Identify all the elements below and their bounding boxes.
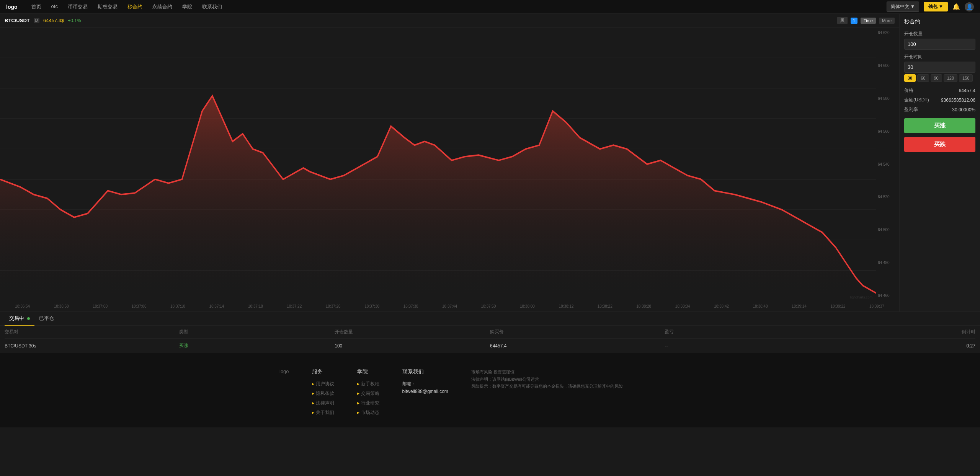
main-nav: 首页 otc 币币交易 期权交易 秒合约 永续合约 学院 联系我们 xyxy=(30,3,224,10)
footer-link-news[interactable]: 市场动态 xyxy=(357,409,379,416)
footer-service-title: 服务 xyxy=(312,368,334,375)
time-tick-18: 18:38:42 xyxy=(702,304,741,308)
nav-contact[interactable]: 联系我们 xyxy=(201,3,224,10)
footer-service-col: 服务 用户协议 隐私条款 法律声明 关于我们 xyxy=(312,368,334,416)
footer-contact-col: 联系我们 邮箱： bitwell888@gmail.com xyxy=(402,368,448,416)
chart-more-btn[interactable]: More xyxy=(879,18,895,24)
price-axis: 64 620 64 600 64 580 64 560 64 540 64 52… xyxy=(876,28,899,301)
nav-academy[interactable]: 学院 xyxy=(181,3,194,10)
time-tick-20: 18:39:14 xyxy=(780,304,818,308)
nav-otc[interactable]: otc xyxy=(50,3,59,10)
time-tick-0: 18:36:54 xyxy=(3,304,42,308)
price-level-0: 64 620 xyxy=(878,31,898,35)
tab-closed-orders[interactable]: 已平仓 xyxy=(34,312,59,326)
col-header-pnl: 盈亏 xyxy=(665,329,820,335)
footer-link-terms[interactable]: 用户协议 xyxy=(312,381,334,387)
time-tick-14: 18:38:12 xyxy=(547,304,585,308)
footer-link-research[interactable]: 行业研究 xyxy=(357,400,379,406)
nav-seconds[interactable]: 秒合约 xyxy=(126,3,144,10)
row-pair: BTC/USDT 30s xyxy=(5,343,179,349)
footer-link-legal[interactable]: 法律声明 xyxy=(312,400,334,406)
time-tick-15: 18:38:22 xyxy=(586,304,624,308)
time-input[interactable] xyxy=(904,62,975,73)
time-options: 30 60 90 120 150 xyxy=(904,74,975,82)
footer-logo: logo xyxy=(279,368,289,374)
price-change: +0.1% xyxy=(68,18,81,23)
nav-home[interactable]: 首页 xyxy=(30,3,43,10)
online-dot xyxy=(27,317,30,320)
price-level-3: 64 560 xyxy=(878,129,898,134)
avatar[interactable]: 👤 xyxy=(965,2,974,11)
footer-link-tutorial[interactable]: 新手教程 xyxy=(357,381,379,387)
time-tick-10: 18:37:38 xyxy=(391,304,430,308)
footer-disclaimer-col: 市场有风险 投资需谨慎 法律声明：该网站由BitWell公司运营 风险提示：数字… xyxy=(471,368,623,416)
nav-perpetual[interactable]: 永续合约 xyxy=(151,3,174,10)
time-tick-17: 18:38:34 xyxy=(663,304,702,308)
footer-email-area: 邮箱： bitwell888@gmail.com xyxy=(402,381,448,394)
col-header-timer: 倒计时 xyxy=(820,329,975,335)
col-header-type: 类型 xyxy=(179,329,335,335)
chart-area: BTC/USDT D 64457.4$ +0.1% 黑 1 Time More … xyxy=(0,14,900,311)
time-opt-150[interactable]: 150 xyxy=(959,74,973,82)
price-row: 价格 64457.4 xyxy=(904,86,975,95)
time-tick-16: 18:38:28 xyxy=(624,304,663,308)
footer: logo 服务 用户协议 隐私条款 法律声明 关于我们 学院 新手教程 交易策略… xyxy=(0,353,980,427)
qty-input[interactable] xyxy=(904,39,975,50)
profit-val: 30.00000% xyxy=(952,107,975,112)
time-opt-120[interactable]: 120 xyxy=(944,74,957,82)
price-key: 价格 xyxy=(904,87,913,94)
wallet-button[interactable]: 钱包 ▼ xyxy=(924,2,948,11)
chart-watermark: Highcharts.com xyxy=(848,295,872,299)
chart-black-btn[interactable]: 黑 xyxy=(837,17,848,24)
footer-academy-col: 学院 新手教程 交易策略 行业研究 市场动态 xyxy=(357,368,379,416)
time-opt-90[interactable]: 90 xyxy=(931,74,942,82)
bottom-section: 交易中 已平仓 交易对 类型 开仓数量 购买价 盈亏 倒计时 BTC/USDT … xyxy=(0,311,980,353)
time-opt-60[interactable]: 60 xyxy=(917,74,929,82)
time-tick-4: 18:37:10 xyxy=(158,304,197,308)
footer-link-strategy[interactable]: 交易策略 xyxy=(357,390,379,397)
price-level-2: 64 580 xyxy=(878,96,898,101)
time-tick-11: 18:37:44 xyxy=(430,304,469,308)
positions-header: 交易对 类型 开仓数量 购买价 盈亏 倒计时 xyxy=(5,326,975,339)
lang-button[interactable]: 简体中文 ▼ xyxy=(887,2,919,12)
price-level-6: 64 500 xyxy=(878,228,898,232)
time-tick-3: 18:37:06 xyxy=(119,304,158,308)
amount-key: 金额(USDT) xyxy=(904,97,929,103)
time-axis: 18:36:54 18:36:58 18:37:00 18:37:06 18:3… xyxy=(0,301,899,311)
time-opt-30[interactable]: 30 xyxy=(904,74,916,82)
time-label: 开仓时间 xyxy=(904,54,975,60)
time-tick-8: 18:37:26 xyxy=(314,304,353,308)
footer-link-privacy[interactable]: 隐私条款 xyxy=(312,390,334,397)
time-tick-13: 18:38:00 xyxy=(508,304,547,308)
price-level-7: 64 480 xyxy=(878,261,898,265)
chart-controls: 黑 1 Time More xyxy=(837,17,895,24)
table-row: BTC/USDT 30s 买涨 100 64457.4 -- 0:27 xyxy=(5,339,975,353)
nav-spot[interactable]: 币币交易 xyxy=(66,3,89,10)
time-tick-21: 18:39:22 xyxy=(818,304,857,308)
chart-canvas: 64 620 64 600 64 580 64 560 64 540 64 52… xyxy=(0,28,899,301)
chart-time-btn[interactable]: Time xyxy=(861,18,876,24)
time-tick-12: 18:37:50 xyxy=(469,304,508,308)
time-tick-2: 18:37:00 xyxy=(81,304,119,308)
profit-key: 盈利率 xyxy=(904,106,918,113)
positions-table: 交易对 类型 开仓数量 购买价 盈亏 倒计时 BTC/USDT 30s 买涨 1… xyxy=(0,326,980,353)
footer-logo-area: logo xyxy=(279,368,289,416)
chart-header: BTC/USDT D 64457.4$ +0.1% 黑 1 Time More xyxy=(0,14,899,28)
buy-down-button[interactable]: 买跌 xyxy=(904,137,975,152)
current-price: 64457.4$ xyxy=(43,18,64,23)
time-tick-7: 18:37:22 xyxy=(275,304,314,308)
footer-disclaimer-1: 市场有风险 投资需谨慎 xyxy=(471,368,623,376)
price-level-5: 64 520 xyxy=(878,195,898,199)
footer-link-about[interactable]: 关于我们 xyxy=(312,409,334,416)
row-price: 64457.4 xyxy=(490,343,665,349)
nav-options[interactable]: 期权交易 xyxy=(96,3,119,10)
price-chart-svg xyxy=(0,28,876,301)
panel-title: 秒合约 xyxy=(904,18,975,25)
bell-icon[interactable]: 🔔 xyxy=(952,3,960,10)
symbol-label: BTC/USDT xyxy=(5,18,30,23)
tab-active-orders[interactable]: 交易中 xyxy=(5,312,34,326)
buy-up-button[interactable]: 买涨 xyxy=(904,118,975,133)
price-level-8: 64 460 xyxy=(878,293,898,298)
footer-email: bitwell888@gmail.com xyxy=(402,389,448,394)
amount-val: 93663585812.06 xyxy=(941,98,975,103)
